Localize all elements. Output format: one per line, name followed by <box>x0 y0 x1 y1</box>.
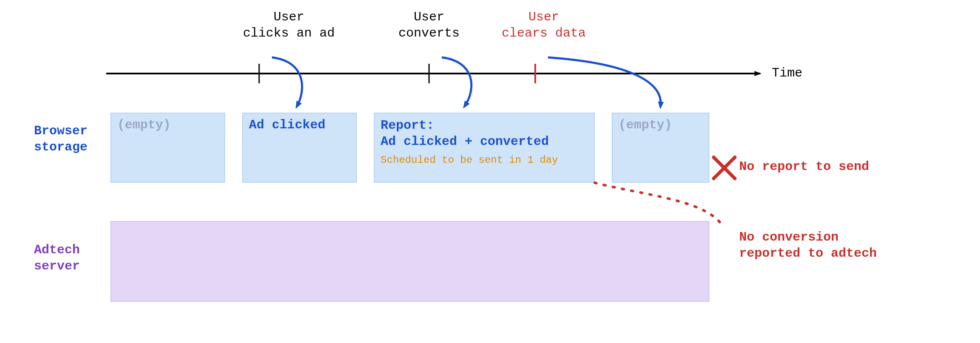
event-text: User <box>374 9 484 26</box>
event-text: User <box>221 9 357 26</box>
event-text: clicks an ad <box>221 26 357 42</box>
error-no-conversion-reported: No conversion reported to adtech <box>739 230 877 261</box>
row-label-browser-storage: Browser storage <box>34 123 88 155</box>
storage-text: (empty) <box>619 118 672 132</box>
adtech-server-lane <box>110 221 709 302</box>
event-text: User <box>476 9 612 26</box>
svg-line-1 <box>714 157 735 179</box>
storage-note: Scheduled to be sent in 1 day <box>381 154 588 167</box>
label-line: server <box>34 258 80 275</box>
storage-state-empty-after-clear: (empty) <box>612 113 709 183</box>
label-line: Browser <box>34 123 88 139</box>
storage-state-empty-initial: (empty) <box>110 113 225 183</box>
event-text: clears data <box>476 26 612 42</box>
storage-text: Ad clicked + converted <box>381 134 588 150</box>
storage-state-ad-clicked: Ad clicked <box>242 113 357 183</box>
storage-state-report-pending: Report: Ad clicked + converted Scheduled… <box>374 113 595 183</box>
x-mark-icon <box>714 157 735 179</box>
error-line: No conversion <box>739 230 877 246</box>
event-text: converts <box>374 26 484 42</box>
storage-text: Report: <box>381 118 588 134</box>
storage-text: Ad clicked <box>249 118 325 132</box>
arrow-clear-to-storage <box>548 57 661 105</box>
row-label-adtech-server: Adtech server <box>34 242 80 274</box>
diagram-root: User clicks an ad User converts User cle… <box>0 0 980 343</box>
axis-label-time: Time <box>772 66 802 80</box>
event-user-clears-data: User clears data <box>476 9 612 41</box>
label-line: Adtech <box>34 242 80 258</box>
label-line: storage <box>34 139 88 156</box>
event-user-converts: User converts <box>374 9 484 41</box>
failed-send-path <box>595 183 722 225</box>
error-no-report-to-send: No report to send <box>739 159 869 174</box>
error-line: reported to adtech <box>739 246 877 262</box>
arrow-click-to-storage <box>272 57 302 105</box>
arrow-convert-to-storage <box>442 57 472 105</box>
storage-text: (empty) <box>117 118 171 132</box>
event-user-clicks-ad: User clicks an ad <box>221 9 357 41</box>
svg-line-0 <box>714 157 735 179</box>
